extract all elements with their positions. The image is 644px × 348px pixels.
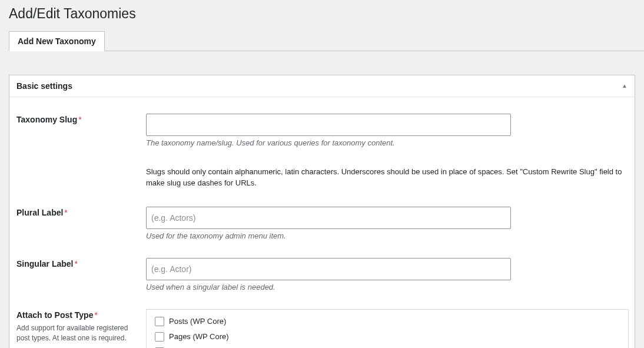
singular-label-input[interactable] — [146, 258, 511, 280]
required-marker: * — [64, 208, 67, 217]
panel-title: Basic settings — [16, 81, 72, 91]
desc-taxonomy-slug: The taxonomy name/slug. Used for various… — [146, 138, 628, 147]
label-attach: Attach to Post Type — [16, 310, 93, 320]
label-taxonomy-slug: Taxonomy Slug — [16, 115, 77, 124]
checkbox-row-posts: Posts (WP Core) — [155, 317, 620, 326]
tab-wrapper: Add New Taxonomy — [9, 31, 644, 51]
row-plural-label: Plural Label* Used for the taxonomy admi… — [16, 196, 628, 247]
checkbox-label-posts[interactable]: Posts (WP Core) — [169, 317, 226, 326]
required-marker: * — [74, 259, 77, 269]
taxonomy-slug-input[interactable] — [146, 114, 511, 136]
checkbox-pages[interactable] — [155, 332, 164, 342]
help-attach: Add support for available registered pos… — [16, 323, 146, 343]
page-title: Add/Edit Taxonomies — [9, 0, 644, 25]
desc-singular: Used when a singular label is needed. — [146, 283, 628, 291]
basic-settings-panel: Basic settings ▲ Taxonomy Slug* The taxo… — [9, 75, 635, 348]
row-singular-label: Singular Label* Used when a singular lab… — [16, 247, 628, 299]
required-marker: * — [78, 115, 81, 124]
attach-post-type-group: Posts (WP Core) Pages (WP Core) Media (W… — [146, 309, 629, 348]
checkbox-row-pages: Pages (WP Core) — [155, 332, 620, 342]
required-marker: * — [94, 310, 97, 320]
label-singular: Singular Label — [16, 259, 73, 269]
note-taxonomy-slug: Slugs should only contain alphanumeric, … — [146, 166, 628, 189]
checkbox-label-pages[interactable]: Pages (WP Core) — [169, 332, 229, 341]
panel-header[interactable]: Basic settings ▲ — [9, 75, 635, 97]
plural-label-input[interactable] — [146, 207, 511, 229]
panel-body: Taxonomy Slug* The taxonomy name/slug. U… — [9, 97, 635, 348]
row-taxonomy-slug: Taxonomy Slug* The taxonomy name/slug. U… — [16, 103, 628, 196]
label-plural: Plural Label — [16, 208, 63, 217]
desc-plural: Used for the taxonomy admin menu item. — [146, 231, 628, 240]
row-attach-post-type: Attach to Post Type* Add support for ava… — [16, 299, 628, 348]
collapse-icon: ▲ — [622, 82, 628, 89]
checkbox-posts[interactable] — [155, 317, 164, 326]
tab-add-new-taxonomy[interactable]: Add New Taxonomy — [9, 31, 105, 51]
